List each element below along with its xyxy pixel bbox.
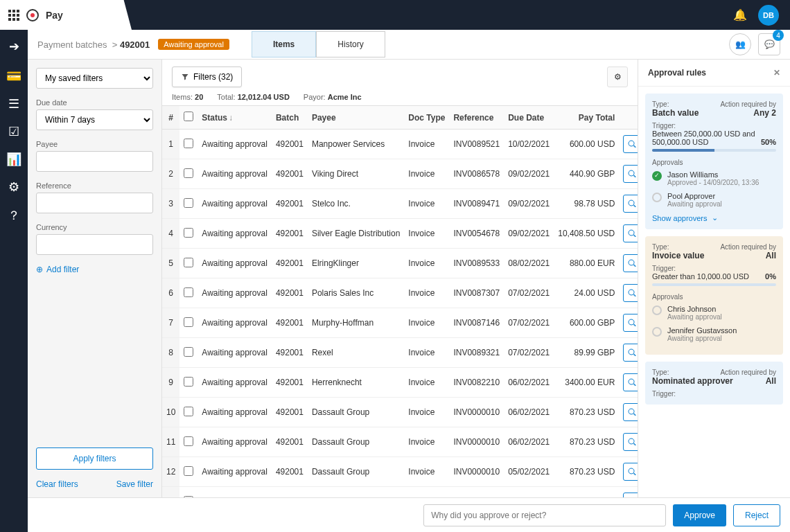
table-row[interactable]: 3Awaiting approval492001Stelco Inc.Invoi… <box>162 189 638 219</box>
clear-filters-link[interactable]: Clear filters <box>36 479 78 489</box>
row-checkbox[interactable] <box>184 407 193 416</box>
nav-help-icon[interactable]: ？ <box>8 207 20 224</box>
rule-card: Type:Action required byInvoice valueAllT… <box>645 236 783 355</box>
filters-button[interactable]: Filters (32) <box>172 66 242 87</box>
row-batch: 492001 <box>272 219 308 249</box>
row-num: 5 <box>162 249 179 278</box>
col-doctype[interactable]: Doc Type <box>404 106 449 130</box>
table-row[interactable]: 1Awaiting approval492001Manpower Service… <box>162 130 638 159</box>
row-doctype: Invoice <box>404 427 449 457</box>
row-search-button[interactable] <box>623 284 638 302</box>
table-row[interactable]: 4Awaiting approval492001Silver Eagle Dis… <box>162 219 638 249</box>
table-settings-button[interactable]: ⚙ <box>607 66 628 87</box>
col-duedate[interactable]: Due Date <box>504 106 554 130</box>
row-status: Awaiting approval <box>198 338 272 368</box>
row-search-button[interactable] <box>623 314 638 332</box>
row-status: Awaiting approval <box>198 487 272 498</box>
tab-items[interactable]: Items <box>252 31 316 57</box>
row-num: 11 <box>162 427 179 457</box>
col-select <box>179 106 198 130</box>
approver: Chris JohnsonAwaiting approval <box>652 305 776 321</box>
row-search-button[interactable] <box>623 195 638 213</box>
nav-wallet-icon[interactable]: 💳 <box>6 69 21 84</box>
row-doctype: Invoice <box>404 219 449 249</box>
comment-input[interactable] <box>423 504 666 526</box>
row-checkbox[interactable] <box>184 139 193 148</box>
row-search-button[interactable] <box>623 403 638 421</box>
row-checkbox[interactable] <box>184 287 193 297</box>
row-checkbox[interactable] <box>184 168 193 178</box>
saved-filters-select[interactable]: My saved filters <box>36 68 153 89</box>
apply-filters-button[interactable]: Apply filters <box>36 447 153 470</box>
approve-button[interactable]: Approve <box>673 504 726 526</box>
row-checkbox[interactable] <box>184 377 193 387</box>
avatar[interactable]: DB <box>758 5 779 26</box>
nav-check-icon[interactable]: ☑ <box>8 124 19 139</box>
col-reference[interactable]: Reference <box>449 106 504 130</box>
row-checkbox[interactable] <box>184 228 193 238</box>
row-search-button[interactable] <box>623 254 638 272</box>
reject-button[interactable]: Reject <box>733 504 780 526</box>
row-search-button[interactable] <box>623 433 638 451</box>
row-batch: 492001 <box>272 308 308 338</box>
close-icon[interactable]: ✕ <box>773 68 780 78</box>
row-checkbox[interactable] <box>184 317 193 327</box>
row-search-button[interactable] <box>623 493 638 497</box>
table-row[interactable]: 10Awaiting approval492001Dassault GroupI… <box>162 398 638 427</box>
table-row[interactable]: 8Awaiting approval492001RexelInvoiceINV0… <box>162 338 638 368</box>
add-filter-link[interactable]: ⊕Add filter <box>36 265 153 274</box>
col-paytotal[interactable]: Pay Total <box>554 106 619 130</box>
row-total: 600.00 USD <box>554 130 619 159</box>
select-all-checkbox[interactable] <box>184 112 193 121</box>
row-payee: Dassault Group <box>308 487 404 498</box>
nav-list-icon[interactable]: ☰ <box>8 96 19 112</box>
row-batch: 492001 <box>272 487 308 498</box>
row-batch: 492001 <box>272 427 308 457</box>
row-checkbox[interactable] <box>184 347 193 357</box>
row-ref: INV0089521 <box>449 130 504 159</box>
row-payee: Murphy-Hoffman <box>308 308 404 338</box>
table-row[interactable]: 7Awaiting approval492001Murphy-HoffmanIn… <box>162 308 638 338</box>
row-search-button[interactable] <box>623 135 638 153</box>
table-row[interactable]: 13Awaiting approval492001Dassault GroupI… <box>162 487 638 498</box>
table-row[interactable]: 2Awaiting approval492001Viking DirectInv… <box>162 159 638 189</box>
row-search-button[interactable] <box>623 344 638 362</box>
row-payee: Rexel <box>308 338 404 368</box>
col-num[interactable]: # <box>162 106 179 130</box>
row-ref: INV0087307 <box>449 278 504 308</box>
tab-history[interactable]: History <box>316 31 385 57</box>
currency-input[interactable] <box>36 234 153 255</box>
show-approvers-link[interactable]: Show approvers ⌄ <box>652 213 776 222</box>
table-row[interactable]: 11Awaiting approval492001Dassault GroupI… <box>162 427 638 457</box>
table-row[interactable]: 9Awaiting approval492001HerrenknechtInvo… <box>162 368 638 398</box>
col-batch[interactable]: Batch <box>272 106 308 130</box>
table-row[interactable]: 12Awaiting approval492001Dassault GroupI… <box>162 457 638 487</box>
row-search-button[interactable] <box>623 224 638 242</box>
row-num: 7 <box>162 308 179 338</box>
bell-icon[interactable]: 🔔 <box>733 8 747 21</box>
row-search-button[interactable] <box>623 165 638 183</box>
save-filter-link[interactable]: Save filter <box>116 479 153 489</box>
row-search-button[interactable] <box>623 373 638 391</box>
row-checkbox[interactable] <box>184 198 193 208</box>
apps-icon[interactable] <box>8 10 19 21</box>
row-checkbox[interactable] <box>184 258 193 267</box>
row-search-button[interactable] <box>623 463 638 481</box>
brand: Pay <box>0 0 132 30</box>
due-date-select[interactable]: Within 7 days <box>36 109 153 130</box>
nav-expand-icon[interactable]: ➔ <box>0 37 28 56</box>
row-ref: INV0089321 <box>449 338 504 368</box>
nav-gear-icon[interactable]: ⚙ <box>8 179 19 195</box>
chat-icon[interactable]: 💬4 <box>758 33 780 55</box>
table-row[interactable]: 6Awaiting approval492001Polaris Sales In… <box>162 278 638 308</box>
table-row[interactable]: 5Awaiting approval492001ElringKlingerInv… <box>162 249 638 278</box>
row-checkbox[interactable] <box>184 466 193 476</box>
reference-input[interactable] <box>36 193 153 213</box>
support-icon[interactable]: 👥 <box>729 33 751 55</box>
row-checkbox[interactable] <box>184 436 193 446</box>
nav-chart-icon[interactable]: 📊 <box>6 152 21 167</box>
col-status[interactable]: Status↓ <box>198 106 272 130</box>
col-payee[interactable]: Payee <box>308 106 404 130</box>
payee-input[interactable] <box>36 151 153 172</box>
row-status: Awaiting approval <box>198 130 272 159</box>
